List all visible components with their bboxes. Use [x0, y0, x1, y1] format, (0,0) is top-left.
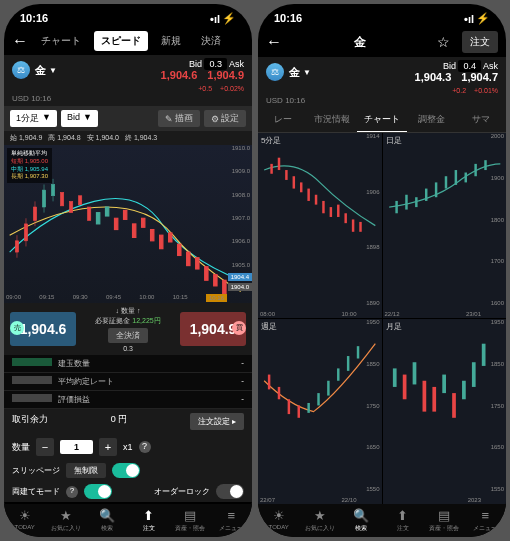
tb-fav[interactable]: ★お気に入り — [299, 508, 340, 533]
svg-rect-53 — [278, 387, 280, 399]
help-icon[interactable]: ? — [66, 486, 78, 498]
phone-left: 10:16 •ıl ⚡ ← チャート スピード 新規 決済 ⚖ 金 ▼ Bid … — [4, 4, 252, 537]
svg-rect-38 — [337, 205, 339, 217]
price-change: +0.2+0.01% — [258, 87, 506, 96]
subtab-market[interactable]: 市況情報 — [308, 108, 358, 132]
tb-search[interactable]: 🔍検索 — [87, 508, 128, 533]
svg-rect-42 — [395, 201, 397, 213]
svg-rect-57 — [317, 393, 319, 405]
svg-rect-28 — [223, 280, 226, 294]
svg-rect-59 — [337, 368, 339, 380]
svg-rect-66 — [432, 387, 436, 412]
back-icon[interactable]: ← — [12, 32, 28, 50]
tb-today[interactable]: ☀TODAY — [258, 508, 299, 533]
chart-5min[interactable]: 5分足 1914190618981890 08:0010:00 — [258, 133, 382, 318]
tb-menu[interactable]: ≡メニュー — [211, 508, 252, 533]
qty-plus[interactable]: + — [99, 438, 117, 456]
summary-row: 取引余力 0 円 注文設定 ▸ — [4, 409, 252, 434]
price-type-select[interactable]: Bid▼ — [61, 110, 98, 127]
chart-weekly[interactable]: 週足 19501850175016501550 22/0722/10 — [258, 319, 382, 504]
svg-rect-23 — [178, 244, 181, 255]
svg-rect-13 — [87, 207, 90, 221]
svg-rect-22 — [169, 233, 172, 242]
quantity-row: 数量 − 1 + x1 ? — [4, 434, 252, 460]
clock: 10:16 — [20, 12, 48, 25]
svg-rect-36 — [322, 201, 324, 213]
svg-rect-11 — [69, 201, 72, 212]
svg-rect-67 — [442, 375, 446, 394]
instrument-icon: ⚖ — [266, 63, 284, 81]
tb-order[interactable]: ⬆注文 — [128, 508, 169, 533]
settings-button[interactable]: ⚙設定 — [204, 110, 246, 127]
header: ← チャート スピード 新規 決済 — [4, 27, 252, 55]
clock: 10:16 — [274, 12, 302, 25]
svg-rect-18 — [133, 224, 136, 238]
dual-toggle[interactable] — [84, 484, 112, 499]
qty-minus[interactable]: − — [36, 438, 54, 456]
svg-rect-20 — [151, 230, 154, 241]
svg-rect-48 — [454, 170, 456, 185]
buy-icon: 買 — [232, 321, 246, 335]
sub-tabs: ‹ レー 市況情報 チャート 調整金 サマ › — [258, 108, 506, 133]
tb-assets[interactable]: ▤資産・照会 — [423, 508, 464, 533]
subtab-sum[interactable]: サマ — [456, 108, 506, 132]
help-icon[interactable]: ? — [139, 441, 151, 453]
usd-time: USD 10:16 — [258, 96, 506, 108]
lock-toggle[interactable] — [216, 484, 244, 499]
tab-settle[interactable]: 決済 — [194, 31, 228, 51]
tb-menu[interactable]: ≡メニュー — [465, 508, 506, 533]
position-rows: 建玉数量- 平均約定レート- 評価損益- — [4, 355, 252, 409]
star-icon[interactable]: ☆ — [437, 34, 450, 50]
tab-speed[interactable]: スピード — [94, 31, 148, 51]
qty-value[interactable]: 1 — [60, 440, 93, 454]
close-all-button[interactable]: 全決済 — [108, 328, 148, 343]
trade-panel: 1,904.6 ↓ 数量 ↑ 必要証拠金 12,225円 全決済 0.3 1,9… — [4, 303, 252, 355]
slippage-value[interactable]: 無制限 — [66, 463, 106, 478]
svg-rect-55 — [298, 405, 300, 417]
tb-order[interactable]: ⬆注文 — [382, 508, 423, 533]
pos-row: 建玉数量- — [4, 355, 252, 373]
phone-right: 10:16 •ıl ⚡ ← 金 ☆ 注文 ⚖ 金 ▼ Bid 0.4 Ask 1… — [258, 4, 506, 537]
tab-chart[interactable]: チャート — [34, 31, 88, 51]
status-icons: •ıl ⚡ — [464, 12, 490, 25]
order-button[interactable]: 注文 — [462, 31, 498, 53]
order-settings-button[interactable]: 注文設定 ▸ — [190, 413, 244, 430]
subtab-rate[interactable]: レー — [258, 108, 308, 132]
svg-rect-12 — [78, 196, 81, 205]
tb-today[interactable]: ☀TODAY — [4, 508, 45, 533]
pos-row: 平均約定レート- — [4, 373, 252, 391]
svg-rect-40 — [352, 219, 354, 231]
main-chart[interactable]: 単純移動平均 短期 1,905.00 中期 1,905.94 長期 1,907.… — [4, 145, 252, 303]
svg-rect-24 — [187, 252, 190, 266]
title: 金 — [288, 34, 431, 51]
instrument-row[interactable]: ⚖ 金 ▼ Bid 0.4 Ask 1,904.31,904.7 — [258, 57, 506, 87]
subtab-adj[interactable]: 調整金 — [407, 108, 457, 132]
svg-rect-15 — [105, 207, 108, 216]
svg-rect-14 — [96, 213, 99, 224]
tb-search[interactable]: 🔍検索 — [341, 508, 382, 533]
svg-rect-45 — [424, 189, 426, 201]
svg-rect-41 — [359, 222, 361, 232]
tab-new[interactable]: 新規 — [154, 31, 188, 51]
header: ← 金 ☆ 注文 — [258, 27, 506, 57]
chart-daily[interactable]: 日足 20001900180017001600 22/1223/01 — [383, 133, 507, 318]
svg-rect-70 — [471, 362, 475, 387]
subtab-chart[interactable]: チャート — [357, 108, 407, 132]
svg-rect-26 — [205, 267, 208, 281]
status-icons: •ıl ⚡ — [210, 12, 236, 25]
chevron-down-icon: ▼ — [303, 68, 311, 77]
dual-row: 両建てモード ? オーダーロック — [4, 481, 252, 502]
slippage-toggle[interactable] — [112, 463, 140, 478]
svg-rect-21 — [160, 235, 163, 249]
chart-monthly[interactable]: 月足 19501850175016501550 2023 — [383, 319, 507, 504]
instrument-row[interactable]: ⚖ 金 ▼ Bid 0.3 Ask 1,904.61,904.9 — [4, 55, 252, 85]
back-icon[interactable]: ← — [266, 33, 282, 51]
draw-button[interactable]: ✎描画 — [158, 110, 200, 127]
tb-assets[interactable]: ▤資産・照会 — [169, 508, 210, 533]
ohlc-row: 始 1,904.9高 1,904.8安 1,904.0終 1,904.3 — [4, 131, 252, 145]
svg-rect-25 — [196, 258, 199, 269]
price-tag: 1904.4 — [228, 273, 252, 281]
tb-fav[interactable]: ★お気に入り — [45, 508, 86, 533]
timeframe-select[interactable]: 1分足▼ — [10, 110, 57, 127]
instrument-icon: ⚖ — [12, 61, 30, 79]
